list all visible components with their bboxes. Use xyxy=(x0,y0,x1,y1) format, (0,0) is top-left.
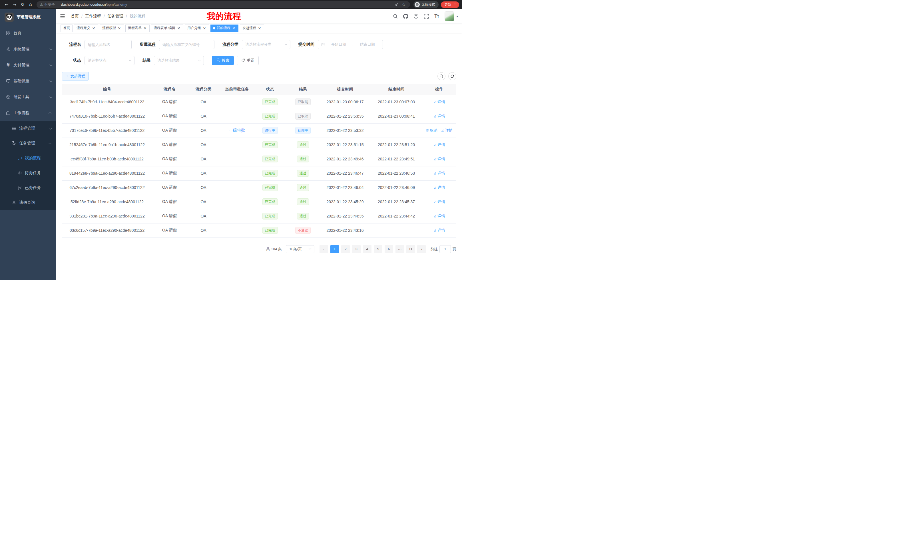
reset-button[interactable]: 重置 xyxy=(237,56,259,65)
close-icon[interactable]: × xyxy=(117,26,122,30)
sidebar-item-4[interactable]: 研发工具 xyxy=(0,89,56,105)
incognito-badge: 无痕模式 xyxy=(414,1,439,8)
detail-link[interactable]: 详情 xyxy=(434,228,445,233)
category-select[interactable]: 请选择流程分类 xyxy=(242,40,290,49)
page-button-6[interactable]: 6 xyxy=(385,245,393,253)
process-name-input[interactable] xyxy=(88,42,128,47)
detail-link[interactable]: 详情 xyxy=(434,114,445,119)
tab-7[interactable]: 发起流程× xyxy=(240,24,264,32)
detail-link[interactable]: 详情 xyxy=(434,199,445,204)
sidebar-item-8[interactable]: 我的流程 xyxy=(0,151,56,166)
status-tag: 已完成 xyxy=(262,113,278,120)
page-button-11[interactable]: 11 xyxy=(406,245,415,253)
breadcrumb-item-1[interactable]: 工作流程 xyxy=(85,14,101,19)
update-button[interactable]: 更新 ⋮ xyxy=(441,1,459,8)
status-select[interactable]: 请选择状态 xyxy=(84,56,135,65)
address-bar[interactable]: ⚠ 不安全 | dashboard.yudao.iocoder.cn/bpm/t… xyxy=(36,1,410,8)
result-select[interactable]: 请选择流结果 xyxy=(154,56,204,65)
menu-dots-icon[interactable]: ⋮ xyxy=(453,3,457,7)
sidebar-item-1[interactable]: 系统管理 xyxy=(0,41,56,57)
cell-operations: 详情 xyxy=(422,223,456,238)
end-date[interactable]: 结束日期 xyxy=(355,42,380,47)
cancel-link[interactable]: 取消 xyxy=(426,128,438,133)
question-icon[interactable] xyxy=(411,11,421,21)
app-logo[interactable]: 芋道管理系统 xyxy=(0,9,56,25)
detail-link[interactable]: 详情 xyxy=(434,156,445,162)
sidebar-item-10[interactable]: 已办任务 xyxy=(0,180,56,195)
status-tag: 已取消 xyxy=(295,99,310,105)
sidebar-item-3[interactable]: 基础设施 xyxy=(0,73,56,89)
tab-5[interactable]: 用户分组× xyxy=(185,24,209,32)
sidebar-item-6[interactable]: 流程管理 xyxy=(0,121,56,136)
sidebar-item-7[interactable]: 任务管理 xyxy=(0,136,56,151)
breadcrumb-item-2[interactable]: 任务管理 xyxy=(107,14,123,19)
close-icon[interactable]: × xyxy=(232,26,236,30)
sidebar-item-2[interactable]: ¥支付管理 xyxy=(0,57,56,73)
cell-end-time: 2022-01-22 23:45:37 xyxy=(370,195,422,209)
tab-1[interactable]: 流程定义× xyxy=(74,24,98,32)
sidebar-item-5[interactable]: 工作流程 xyxy=(0,105,56,121)
cell-status: 已完成 xyxy=(254,166,286,180)
page-button-3[interactable]: 3 xyxy=(352,245,361,253)
reload-button[interactable]: ↻ xyxy=(19,1,26,8)
detail-link[interactable]: 详情 xyxy=(434,185,445,190)
page-button-4[interactable]: 4 xyxy=(363,245,372,253)
search-icon[interactable] xyxy=(391,11,400,21)
detail-link[interactable]: 详情 xyxy=(434,142,445,147)
fontsize-icon[interactable]: TT xyxy=(432,11,441,21)
hamburger-icon[interactable] xyxy=(56,9,69,23)
close-icon[interactable]: × xyxy=(258,26,261,30)
sidebar-item-9[interactable]: 待办任务 xyxy=(0,166,56,180)
create-process-button[interactable]: 发起流程 xyxy=(62,72,89,81)
detail-link[interactable]: 详情 xyxy=(434,99,445,105)
next-page-button[interactable]: › xyxy=(417,245,426,253)
github-icon[interactable] xyxy=(401,11,410,21)
url-text: dashboard.yudao.iocoder.cn/bpm/task/my xyxy=(61,3,392,7)
back-button[interactable]: ← xyxy=(3,1,10,8)
pager-ellipsis[interactable]: ··· xyxy=(396,245,404,253)
home-button[interactable]: ⌂ xyxy=(27,1,34,8)
key-icon[interactable] xyxy=(394,2,399,7)
prev-page-button[interactable]: ‹ xyxy=(320,245,328,253)
page-button-2[interactable]: 2 xyxy=(341,245,350,253)
tab-6[interactable]: 我的流程× xyxy=(210,24,238,32)
avatar[interactable] xyxy=(445,11,454,21)
task-link[interactable]: 一级审批 xyxy=(229,128,245,132)
jump-page-input[interactable] xyxy=(440,245,451,253)
detail-link[interactable]: 详情 xyxy=(434,214,445,219)
cell-submit-time: 2022-01-22 23:45:29 xyxy=(320,195,370,209)
sidebar-item-0[interactable]: 首页 xyxy=(0,25,56,41)
star-icon[interactable]: ☆ xyxy=(401,2,406,7)
close-icon[interactable]: × xyxy=(202,26,207,30)
toggle-search-button[interactable] xyxy=(438,72,446,80)
tab-2[interactable]: 流程模型× xyxy=(100,24,124,32)
tab-4[interactable]: 流程表单-编辑× xyxy=(151,24,183,32)
start-date[interactable]: 开始日期 xyxy=(326,42,351,47)
process-definition-input[interactable] xyxy=(162,42,211,47)
page-button-5[interactable]: 5 xyxy=(374,245,382,253)
close-icon[interactable]: × xyxy=(143,26,147,30)
search-button[interactable]: 搜索 xyxy=(212,56,234,65)
close-icon[interactable]: × xyxy=(177,26,181,30)
fullscreen-icon[interactable] xyxy=(422,11,431,21)
detail-link[interactable]: 详情 xyxy=(441,128,453,133)
detail-link[interactable]: 详情 xyxy=(434,171,445,176)
page-size-select[interactable]: 10条/页 xyxy=(286,245,314,253)
active-tab-dot xyxy=(213,27,215,29)
column-header-2: 流程分类 xyxy=(186,84,220,95)
edit-icon xyxy=(434,143,437,147)
sidebar-item-11[interactable]: 请假查询 xyxy=(0,195,56,210)
refresh-table-button[interactable] xyxy=(448,72,456,80)
forward-button[interactable]: → xyxy=(11,1,18,8)
breadcrumb-item-0[interactable]: 首页 xyxy=(71,14,79,19)
cell-id: 3ad174fb-7b9d-11ec-8404-acde48001122 xyxy=(62,95,153,109)
page-button-1[interactable]: 1 xyxy=(330,245,339,253)
tab-0[interactable]: 首页 xyxy=(60,24,72,32)
date-range-picker[interactable]: 开始日期 - 结束日期 xyxy=(318,40,383,49)
column-header-1: 流程名 xyxy=(153,84,186,95)
caret-down-icon[interactable]: ▾ xyxy=(456,15,458,18)
status-tag: 通过 xyxy=(297,141,309,148)
security-status[interactable]: ⚠ 不安全 xyxy=(40,2,55,7)
close-icon[interactable]: × xyxy=(92,26,96,30)
tab-3[interactable]: 流程表单× xyxy=(125,24,150,32)
